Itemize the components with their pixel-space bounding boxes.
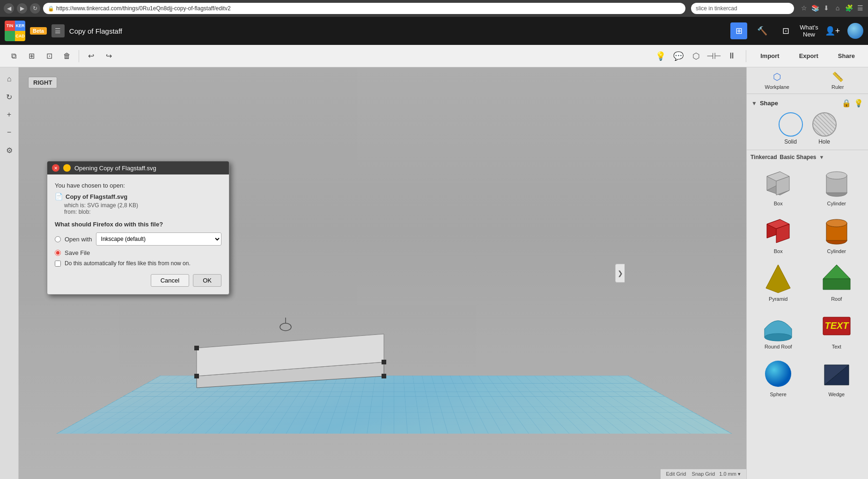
undo-button[interactable]: ↩ bbox=[83, 48, 99, 64]
browser-chrome: ◀ ▶ ↻ 🔒 https://www.tinkercad.com/things… bbox=[0, 0, 868, 17]
project-icon: ☰ bbox=[51, 24, 65, 37]
layer-button[interactable]: ⬡ bbox=[689, 49, 704, 64]
cancel-button[interactable]: Cancel bbox=[151, 274, 189, 287]
download-icon[interactable]: ⬇ bbox=[822, 4, 831, 13]
paste-button[interactable]: ⧉ bbox=[6, 48, 22, 64]
group-button[interactable]: ⊡ bbox=[41, 48, 57, 64]
tinkercad-logo[interactable]: TIN KER CAD bbox=[5, 21, 25, 41]
import-button[interactable]: Import bbox=[753, 50, 787, 62]
save-file-label: Save File bbox=[65, 249, 90, 256]
dialog-which-is: which is: SVG image (2,8 KB) from: blob: bbox=[64, 202, 221, 215]
ok-button[interactable]: OK bbox=[193, 274, 221, 287]
address-bar[interactable]: 🔒 https://www.tinkercad.com/things/0Ru1e… bbox=[43, 3, 685, 14]
user-avatar[interactable] bbox=[847, 23, 863, 39]
dialog-close-button[interactable]: ✕ bbox=[52, 164, 59, 172]
dialog-filename-text: Copy of Flagstaff.svg bbox=[66, 193, 127, 200]
duplicate-button[interactable]: ⊞ bbox=[23, 48, 39, 64]
save-file-radio[interactable] bbox=[55, 250, 61, 256]
dialog-overlay: ✕ Opening Copy of Flagstaff.svg You have… bbox=[0, 67, 868, 479]
user-profile-button[interactable]: 👤+ bbox=[824, 22, 841, 39]
home-icon[interactable]: ⌂ bbox=[833, 4, 842, 13]
open-with-select[interactable]: Inkscape (default) bbox=[96, 232, 221, 246]
open-with-label: Open with bbox=[65, 236, 92, 243]
browser-right-icons: ☆ 📚 ⬇ ⌂ 🧩 ☰ bbox=[800, 4, 864, 13]
logo-tin: TIN bbox=[5, 21, 15, 31]
crop-icon-button[interactable]: ⊡ bbox=[777, 22, 794, 39]
header-right: ⊞ 🔨 ⊡ What's New 👤+ bbox=[730, 22, 863, 39]
mirror-button[interactable]: ⊣⊢ bbox=[706, 49, 721, 64]
logo-cad: CAD bbox=[15, 31, 25, 41]
dialog-titlebar: ✕ Opening Copy of Flagstaff.svg bbox=[47, 161, 229, 174]
app-header: TIN KER CAD Beta ☰ Copy of Flagstaff ⊞ 🔨… bbox=[0, 17, 868, 45]
dialog-open-with-row: Open with Inkscape (default) bbox=[55, 232, 221, 246]
bookmarks-icon[interactable]: 📚 bbox=[811, 4, 819, 13]
logo-blank bbox=[5, 31, 15, 41]
main-content: ⌂ ↻ + − ⚙ RIGHT bbox=[0, 67, 868, 479]
search-text: slice in tinkercad bbox=[696, 5, 737, 12]
url-text: https://www.tinkercad.com/things/0Ru1eQn… bbox=[56, 5, 231, 12]
hammer-icon-button[interactable]: 🔨 bbox=[754, 22, 771, 39]
view-tools: 💡 💬 ⬡ ⊣⊢ ⏸ bbox=[653, 49, 739, 64]
dialog-title: Opening Copy of Flagstaff.svg bbox=[74, 165, 156, 172]
speech-bubble-button[interactable]: 💬 bbox=[671, 49, 686, 64]
share-button[interactable]: Share bbox=[831, 50, 862, 62]
dialog-intro: You have chosen to open: bbox=[55, 182, 221, 189]
project-title[interactable]: Copy of Flagstaff bbox=[69, 27, 726, 35]
redo-button[interactable]: ↪ bbox=[101, 48, 117, 64]
beta-badge: Beta bbox=[30, 27, 47, 35]
logo-ker: KER bbox=[15, 21, 25, 31]
export-button[interactable]: Export bbox=[792, 50, 826, 62]
whats-new-button[interactable]: What's New bbox=[801, 22, 817, 39]
extension-icon[interactable]: 🧩 bbox=[845, 4, 853, 13]
forward-button[interactable]: ▶ bbox=[17, 3, 27, 14]
dialog-save-row: Save File bbox=[55, 249, 221, 256]
dialog-filename: 📄 Copy of Flagstaff.svg bbox=[55, 193, 221, 200]
dialog-auto-row: Do this automatically for files like thi… bbox=[55, 260, 221, 267]
firefox-dialog: ✕ Opening Copy of Flagstaff.svg You have… bbox=[47, 161, 229, 295]
file-icon: 📄 bbox=[55, 193, 63, 200]
toolbar: ⧉ ⊞ ⊡ 🗑 ↩ ↪ 💡 💬 ⬡ ⊣⊢ ⏸ Import Export Sha… bbox=[0, 45, 868, 67]
menu-icon[interactable]: ☰ bbox=[856, 4, 864, 13]
bookmark-icon[interactable]: ☆ bbox=[800, 4, 808, 13]
dialog-body: You have chosen to open: 📄 Copy of Flags… bbox=[47, 174, 229, 294]
search-bar[interactable]: slice in tinkercad bbox=[691, 3, 794, 14]
auto-checkbox[interactable] bbox=[55, 261, 61, 267]
open-with-radio[interactable] bbox=[55, 236, 61, 242]
refresh-button[interactable]: ↻ bbox=[30, 3, 40, 14]
align-button[interactable]: ⏸ bbox=[724, 49, 739, 64]
dialog-buttons: Cancel OK bbox=[55, 274, 221, 287]
auto-label: Do this automatically for files like thi… bbox=[65, 260, 191, 267]
toolbar-separator-2 bbox=[746, 50, 746, 62]
dialog-minimize-button[interactable] bbox=[63, 164, 71, 172]
delete-button[interactable]: 🗑 bbox=[59, 48, 75, 64]
back-button[interactable]: ◀ bbox=[4, 3, 14, 14]
dialog-question: What should Firefox do with this file? bbox=[55, 221, 221, 228]
light-icon-button[interactable]: 💡 bbox=[653, 49, 668, 64]
toolbar-separator bbox=[79, 50, 79, 62]
top-right-buttons: 💡 💬 ⬡ ⊣⊢ ⏸ Import Export Share bbox=[653, 49, 862, 64]
lock-icon: 🔒 bbox=[48, 6, 54, 12]
grid-view-button[interactable]: ⊞ bbox=[730, 22, 747, 39]
